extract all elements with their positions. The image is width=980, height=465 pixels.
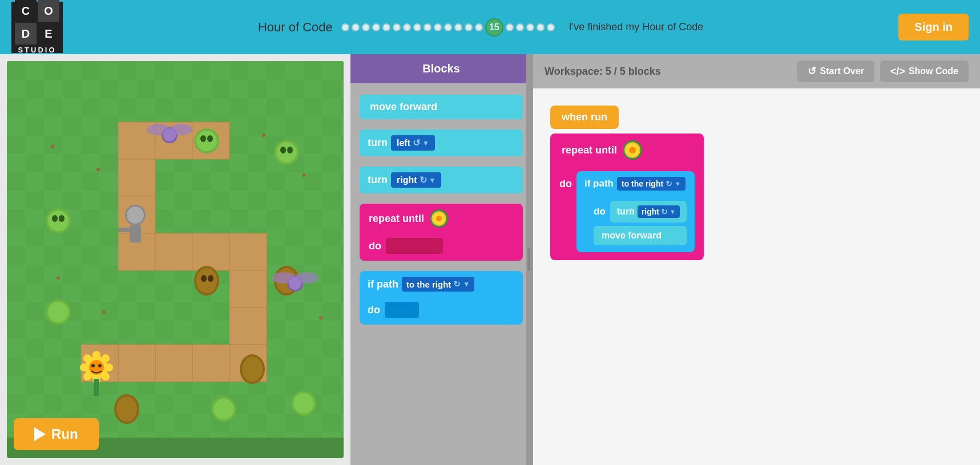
svg-point-33 — [276, 142, 297, 163]
svg-point-22 — [96, 168, 100, 171]
block-turn-right[interactable]: turn right ↻ ▼ — [360, 167, 523, 193]
ws-turn-right-block[interactable]: turn right ↻ ▼ — [610, 201, 687, 223]
ws-move-forward-label: move forward — [602, 231, 662, 240]
progress-dot-12[interactable] — [454, 23, 462, 31]
logo-e-cell: E — [38, 23, 59, 45]
svg-point-79 — [91, 364, 95, 367]
ws-if-dropdown[interactable]: to the right ↻ ▼ — [617, 177, 685, 191]
hour-of-code-section: Hour of Code 15 I've finis — [74, 18, 887, 37]
rotate-icon-right: ↻ — [420, 175, 427, 185]
progress-dot-13[interactable] — [465, 23, 473, 31]
turn-left-option: left — [397, 138, 410, 148]
repeat-do-label: do — [369, 240, 381, 252]
svg-point-37 — [48, 211, 68, 231]
svg-point-29 — [196, 131, 217, 151]
sunflower-center — [436, 216, 442, 221]
game-grid-svg — [7, 61, 344, 438]
ws-repeat-label: repeat until — [562, 144, 617, 156]
svg-point-73 — [105, 363, 113, 371]
svg-point-80 — [98, 364, 102, 367]
svg-rect-11 — [155, 233, 192, 270]
svg-point-38 — [52, 215, 58, 222]
block-if-path[interactable]: if path to the right ↻ ▼ do — [360, 271, 523, 325]
code-icon: </> — [890, 66, 905, 78]
start-over-label: Start Over — [820, 66, 864, 76]
progress-dot-6[interactable] — [393, 23, 401, 31]
progress-dot-20[interactable] — [547, 23, 555, 31]
svg-point-44 — [201, 275, 207, 282]
logo-co-cell: C — [15, 0, 37, 22]
start-over-icon: ↺ — [808, 65, 816, 78]
progress-dot-19[interactable] — [537, 23, 545, 31]
move-forward-label: move forward — [370, 101, 437, 112]
ws-turn-right-option: right — [642, 207, 659, 216]
blocks-panel-header: Blocks — [350, 54, 532, 83]
progress-bar: 15 — [341, 18, 555, 37]
progress-dot-1[interactable] — [341, 23, 349, 31]
if-to-right-option: to the right — [406, 280, 451, 289]
ws-rotate-icon: ↻ — [666, 179, 672, 188]
logo-d-cell: D — [15, 23, 37, 45]
finished-label[interactable]: I've finished my Hour of Code — [569, 21, 704, 33]
svg-point-57 — [127, 207, 144, 224]
play-icon — [34, 427, 46, 441]
show-code-button[interactable]: </> Show Code — [880, 60, 969, 82]
progress-dot-15-active[interactable]: 15 — [485, 18, 503, 37]
show-code-label: Show Code — [909, 66, 958, 76]
ws-repeat-until-block[interactable]: repeat until do if path — [550, 134, 704, 260]
if-do-label: do — [368, 304, 380, 316]
turn-right-option: right — [397, 175, 417, 185]
svg-rect-14 — [229, 270, 267, 308]
ws-if-path-label: if path — [584, 178, 614, 189]
progress-dot-14[interactable] — [475, 23, 483, 31]
workspace-controls: ↺ Start Over </> Show Code — [797, 60, 969, 82]
ws-turn-right-dropdown[interactable]: right ↻ ▼ — [638, 205, 680, 218]
svg-point-49 — [116, 397, 137, 422]
blocks-panel: Blocks move forward turn left ↺ ▼ — [350, 54, 533, 465]
progress-dot-9[interactable] — [424, 23, 431, 31]
progress-dot-4[interactable] — [372, 23, 380, 31]
start-over-button[interactable]: ↺ Start Over — [797, 60, 874, 82]
repeat-do-slot — [386, 238, 443, 254]
sign-in-button[interactable]: Sign in — [898, 14, 969, 41]
turn-left-dropdown[interactable]: left ↺ ▼ — [391, 135, 435, 151]
panel-resize-handle[interactable] — [526, 54, 532, 465]
progress-dot-2[interactable] — [352, 23, 360, 31]
block-turn-left[interactable]: turn left ↺ ▼ — [360, 130, 523, 156]
ws-move-forward-block[interactable]: move forward — [594, 226, 687, 245]
run-button[interactable]: Run — [14, 418, 99, 450]
svg-point-23 — [262, 134, 265, 137]
ws-if-block[interactable]: if path to the right ↻ ▼ do — [576, 171, 695, 252]
svg-point-24 — [302, 173, 305, 177]
turn-right-dropdown[interactable]: right ↻ ▼ — [391, 172, 441, 188]
progress-dot-3[interactable] — [362, 23, 370, 31]
svg-point-34 — [280, 147, 286, 153]
if-path-dropdown[interactable]: to the right ↻ ▼ — [402, 277, 474, 292]
svg-point-31 — [207, 135, 213, 142]
progress-dot-18[interactable] — [526, 23, 534, 31]
block-move-forward[interactable]: move forward — [360, 95, 523, 119]
progress-dot-7[interactable] — [403, 23, 411, 31]
svg-rect-13 — [229, 233, 267, 270]
game-area: Run — [7, 61, 344, 458]
ws-turn-right-text: turn — [617, 207, 635, 217]
rotate-icon-if: ↻ — [453, 279, 461, 289]
resize-dots — [527, 248, 527, 271]
progress-dot-17[interactable] — [516, 23, 524, 31]
hour-label: Hour of Code — [258, 20, 333, 35]
svg-point-62 — [147, 124, 170, 135]
ws-to-right-label: to the right — [622, 179, 663, 188]
dropdown-arrow-left: ▼ — [422, 139, 429, 147]
progress-dot-11[interactable] — [444, 23, 452, 31]
progress-dot-5[interactable] — [382, 23, 390, 31]
progress-dot-16[interactable] — [506, 23, 514, 31]
progress-dot-10[interactable] — [434, 23, 442, 31]
svg-point-74 — [83, 354, 91, 362]
block-repeat-until[interactable]: repeat until do — [360, 204, 523, 261]
logo-studio-label: STUDIO — [18, 46, 56, 54]
svg-rect-18 — [155, 345, 192, 382]
progress-dot-8[interactable] — [413, 23, 421, 31]
logo: C O D E STUDIO — [11, 2, 63, 53]
svg-rect-19 — [118, 345, 155, 382]
svg-rect-78 — [94, 379, 99, 396]
